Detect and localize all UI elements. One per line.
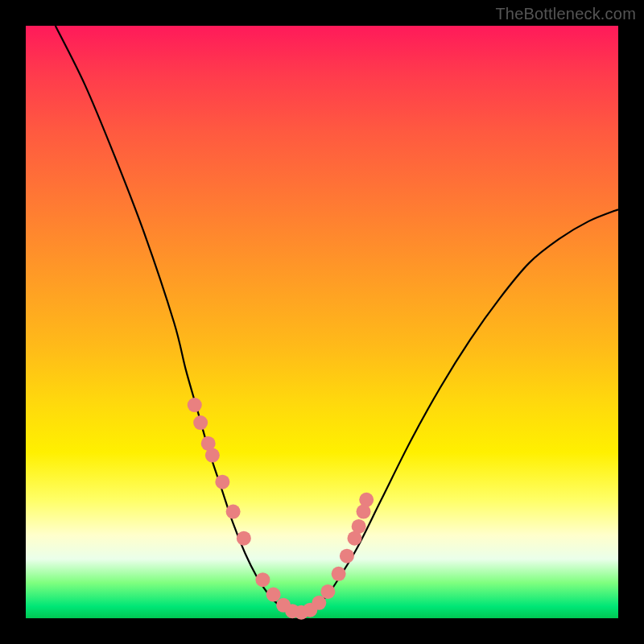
data-point-marker (205, 448, 220, 463)
data-point-marker (332, 567, 346, 581)
data-point-marker (255, 572, 270, 587)
data-point-marker (215, 475, 229, 489)
data-point-marker (340, 549, 354, 564)
data-point-marker (237, 531, 251, 546)
data-point-marker (312, 596, 326, 610)
data-point-marker (188, 398, 202, 412)
chart-frame: TheBottleneck.com (0, 0, 644, 644)
data-point-marker (320, 584, 335, 599)
data-point-marker (193, 415, 208, 430)
data-point-marker (226, 505, 241, 519)
data-point-marker (352, 519, 366, 534)
curve-layer (26, 26, 618, 618)
plot-area (26, 26, 618, 618)
data-point-marker (266, 588, 281, 602)
watermark-text: TheBottleneck.com (495, 5, 636, 23)
bottleneck-curve (56, 26, 618, 613)
data-point-marker (359, 493, 374, 507)
